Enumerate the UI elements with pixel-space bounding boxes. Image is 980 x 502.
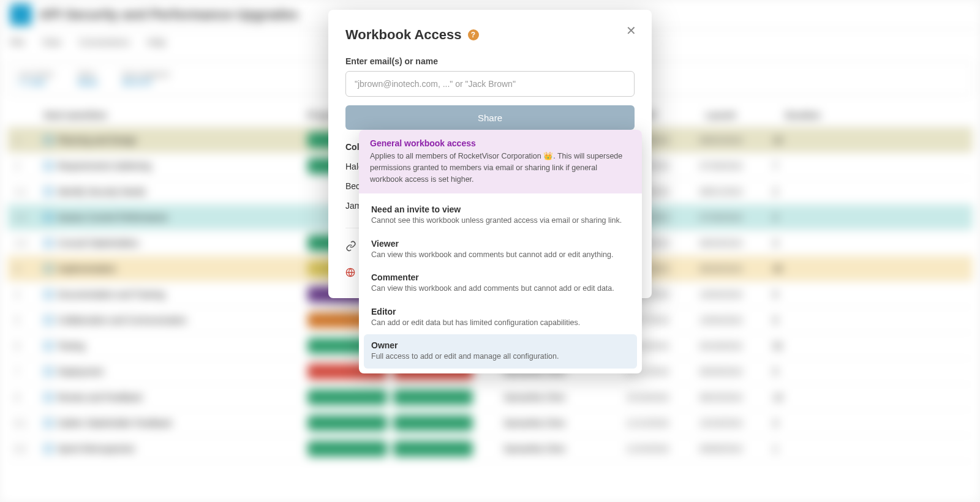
access-option-desc: Full access to add or edit and manage al…	[371, 351, 630, 362]
access-option-title: Need an invite to view	[371, 204, 630, 214]
access-option-owner[interactable]: OwnerFull access to add or edit and mana…	[364, 334, 637, 369]
access-option-desc: Can view this workbook and add comments …	[371, 283, 630, 294]
modal-title: Workbook Access ?	[345, 27, 635, 43]
email-input[interactable]	[345, 71, 635, 97]
access-option-desc: Can view this workbook and comments but …	[371, 250, 630, 261]
share-button[interactable]: Share	[345, 105, 635, 130]
close-icon[interactable]: ✕	[624, 23, 638, 38]
globe-icon	[345, 268, 355, 277]
access-option-desc: Cannot see this workbook unless granted …	[371, 215, 630, 227]
access-option-editor[interactable]: EditorCan add or edit data but has limit…	[364, 301, 637, 335]
access-option-viewer[interactable]: ViewerCan view this workbook and comment…	[364, 233, 637, 267]
dropdown-header: General workbook access Applies to all m…	[359, 130, 642, 193]
access-option-title: Commenter	[371, 272, 630, 282]
access-dropdown-panel: General workbook access Applies to all m…	[359, 130, 642, 373]
access-option-need-an-invite-to-view[interactable]: Need an invite to viewCannot see this wo…	[364, 198, 637, 233]
access-option-title: Owner	[371, 340, 630, 350]
modal-overlay: Workbook Access ? ✕ Enter email(s) or na…	[0, 0, 980, 502]
access-option-commenter[interactable]: CommenterCan view this workbook and add …	[364, 266, 637, 301]
access-option-title: Editor	[371, 307, 630, 317]
access-option-title: Viewer	[371, 239, 630, 249]
dropdown-header-title: General workbook access	[370, 138, 631, 148]
workbook-access-modal: Workbook Access ? ✕ Enter email(s) or na…	[328, 10, 652, 298]
link-icon	[345, 241, 356, 252]
modal-title-text: Workbook Access	[345, 27, 462, 43]
dropdown-header-desc: Applies to all members of RocketVisor Co…	[370, 151, 631, 185]
help-icon[interactable]: ?	[468, 29, 479, 40]
email-field-label: Enter email(s) or name	[345, 56, 635, 66]
access-option-desc: Can add or edit data but has limited con…	[371, 318, 630, 329]
